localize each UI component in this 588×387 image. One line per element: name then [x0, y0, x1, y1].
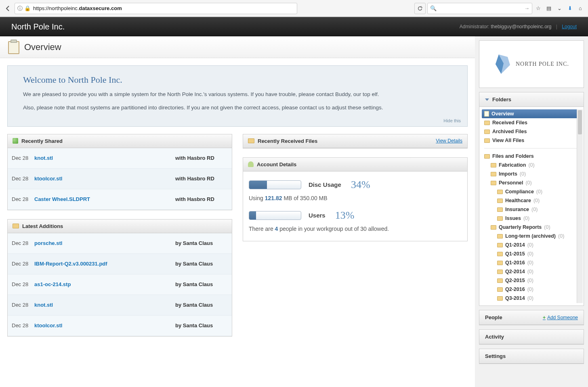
tree-item-compliance[interactable]: Compliance (0) [482, 187, 583, 196]
tree-item-count: (0) [536, 189, 542, 195]
browser-search-input[interactable]: 🔍 → [427, 3, 532, 14]
back-button[interactable] [3, 4, 13, 13]
logo-crystal-icon [494, 53, 512, 75]
caret-down-icon [485, 98, 489, 101]
welcome-body-1: We are pleased to provide you with a sim… [23, 91, 452, 98]
tree-root-files-and-folders[interactable]: Files and Folders [482, 152, 583, 161]
home-icon[interactable]: ⌂ [576, 4, 585, 13]
tree-item-long-term-archived-[interactable]: Long-term (archived) (0) [482, 232, 583, 241]
tree-item-view-all-files[interactable]: View All Files [482, 136, 583, 145]
folder-icon [497, 296, 503, 301]
hide-this-link[interactable]: Hide this [443, 118, 461, 123]
add-someone-link[interactable]: +Add Someone [543, 315, 578, 320]
list-row: Dec 28ktoolcor.stlwith Hasbro RD [8, 169, 232, 189]
folder-icon [497, 270, 503, 274]
tree-root-label: Files and Folders [492, 153, 534, 159]
latest-additions-title: Latest Additions [22, 223, 63, 229]
users-text: There are 4 people in your workgroup out… [249, 226, 462, 232]
tree-item-label: View All Files [492, 138, 524, 143]
list-row: Dec 28ktoolcor.stlby Santa Claus [8, 316, 232, 336]
file-link[interactable]: ktoolcor.stl [34, 322, 62, 328]
recently-shared-title: Recently Shared [21, 138, 63, 144]
settings-header[interactable]: Settings [479, 349, 584, 364]
folder-icon [491, 163, 496, 167]
inbox-icon [484, 130, 490, 134]
plus-icon: + [543, 315, 546, 320]
tree-item-label: Long-term (archived) [505, 233, 556, 239]
tree-item-received-files[interactable]: Received Files [482, 118, 583, 127]
lock-icon: 🔒 [24, 5, 31, 11]
folder-icon [491, 172, 496, 176]
file-link[interactable]: IBM-Report-Q2.v3.000231.pdf [34, 261, 107, 267]
logout-link[interactable]: Logout [562, 24, 577, 29]
row-meta: by Santa Claus [175, 322, 232, 328]
row-file: knot.stl [33, 155, 175, 161]
users-label: Users [309, 212, 326, 219]
page-title-row: Overview [0, 36, 475, 58]
header-right: Administrator: thebigguy@northpoleinc.or… [460, 24, 577, 29]
tree-item-q3-2014[interactable]: Q3-2014 (0) [482, 294, 583, 303]
folders-tree-scroll[interactable]: OverviewReceived FilesArchived FilesView… [482, 109, 583, 303]
pocket-icon[interactable]: ⌄ [555, 4, 564, 13]
people-header[interactable]: People +Add Someone [479, 310, 584, 325]
tree-item-q2-2015[interactable]: Q2-2015 (0) [482, 276, 583, 285]
library-icon[interactable]: ▤ [544, 4, 553, 13]
tree-item-imports[interactable]: Imports (0) [482, 169, 583, 178]
file-link[interactable]: knot.stl [34, 302, 53, 308]
folder-icon [497, 287, 503, 292]
folder-icon [497, 216, 503, 221]
tree-item-q1-2015[interactable]: Q1-2015 (0) [482, 249, 583, 258]
main-column: Overview Welcome to North Pole Inc. We a… [0, 36, 475, 387]
tree-item-label: Q3-2014 [505, 295, 525, 301]
reload-button[interactable] [414, 3, 426, 14]
tree-item-count: (0) [527, 269, 533, 274]
list-row: Dec 28porsche.stlby Santa Claus [8, 233, 232, 254]
folder-icon [497, 199, 503, 203]
identity-block: ⓘ 🔒 [17, 5, 31, 12]
view-details-link[interactable]: View Details [436, 138, 462, 144]
activity-header[interactable]: Activity [479, 330, 584, 344]
tree-item-q1-2016[interactable]: Q1-2016 (0) [482, 258, 583, 267]
row-file: knot.stl [33, 302, 175, 308]
tree-item-archived-files[interactable]: Archived Files [482, 127, 583, 136]
downloads-icon[interactable]: ⬇ [565, 4, 574, 13]
tree-item-label: Quarterly Reports [499, 224, 542, 230]
row-date: Dec 28 [8, 322, 33, 328]
file-link[interactable]: knot.stl [34, 155, 53, 161]
tree-item-count: (0) [531, 207, 538, 212]
tree-item-q2-2016[interactable]: Q2-2016 (0) [482, 285, 583, 294]
tree-item-label: Overview [491, 111, 514, 117]
tree-item-count: (0) [525, 180, 531, 186]
tree-item-quarterly-reports[interactable]: Quarterly Reports (0) [482, 223, 583, 232]
file-link[interactable]: as1-oc-214.stp [34, 281, 71, 287]
folder-icon [497, 252, 503, 256]
info-icon: ⓘ [17, 5, 23, 12]
disc-usage-label: Disc Usage [309, 181, 341, 188]
row-file: ktoolcor.stl [33, 322, 175, 328]
bookmark-star-icon[interactable]: ☆ [534, 4, 543, 13]
tree-item-personnel[interactable]: Personnel (0) [482, 178, 583, 187]
go-icon: → [524, 5, 529, 11]
row-file: Caster Wheel.SLDPRT [33, 196, 175, 202]
tree-item-healthcare[interactable]: Healthcare (0) [482, 196, 583, 205]
tree-item-insurance[interactable]: Insurance (0) [482, 205, 583, 214]
people-title: People [485, 314, 502, 320]
scrollbar-thumb[interactable] [578, 110, 582, 134]
url-text: https://northpoleinc.dataxsecure.com [33, 5, 122, 11]
url-bar[interactable]: ⓘ 🔒 https://northpoleinc.dataxsecure.com [15, 3, 297, 14]
file-link[interactable]: ktoolcor.stl [34, 176, 62, 182]
file-link[interactable]: porsche.stl [34, 240, 62, 246]
tree-item-label: Issues [505, 215, 521, 221]
tree-item-fabrication[interactable]: Fabrication (0) [482, 161, 583, 169]
recently-received-header: Recently Received Files View Details [243, 134, 467, 148]
tree-item-q1-2014[interactable]: Q1-2014 (0) [482, 241, 583, 249]
tree-item-overview[interactable]: Overview [482, 109, 583, 118]
recently-shared-header: Recently Shared [8, 134, 232, 148]
tree-item-q2-2014[interactable]: Q2-2014 (0) [482, 267, 583, 276]
tree-item-issues[interactable]: Issues (0) [482, 214, 583, 223]
row-date: Dec 28 [8, 155, 33, 161]
tree-item-label: Q1-2016 [505, 260, 525, 266]
folders-header[interactable]: Folders [479, 92, 584, 107]
file-link[interactable]: Caster Wheel.SLDPRT [34, 196, 90, 202]
latest-additions-header: Latest Additions [8, 220, 232, 233]
